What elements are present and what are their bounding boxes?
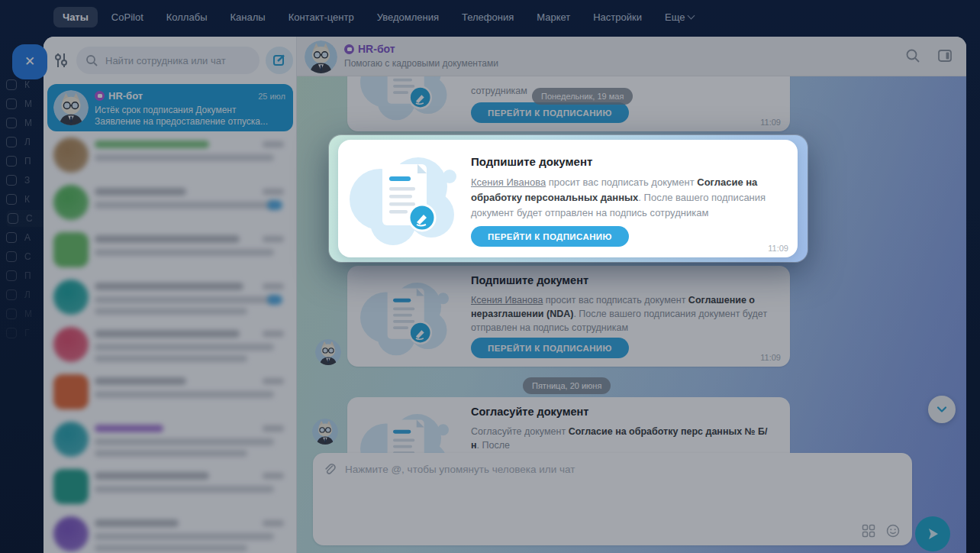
rail-item-с-7[interactable]: С (6, 210, 44, 227)
chat-date: 25 июл (258, 92, 285, 101)
chat-list-item-blurred-4[interactable] (47, 226, 293, 273)
rail-item-м-1[interactable]: М (6, 95, 44, 112)
chat-preview-blurred (95, 154, 274, 161)
rail-item-м-12[interactable]: М (6, 306, 44, 322)
rail-icon (8, 213, 18, 224)
chat-date-blurred (263, 378, 284, 384)
sticker-grid-icon[interactable] (862, 524, 875, 538)
main-window: HR-бот 25 июл Истёк срок подписания Доку… (44, 37, 966, 553)
rail-label: М (24, 99, 32, 109)
chat-list-item-blurred-3[interactable] (47, 179, 293, 226)
rail-icon (6, 270, 17, 281)
rail-icon (6, 118, 17, 128)
tab-telephony[interactable]: Телефония (453, 7, 523, 27)
rail-icon (6, 79, 17, 90)
rail-label: М (24, 309, 32, 319)
chat-preview-blurred (95, 249, 274, 256)
rail-item-л-11[interactable]: Л (6, 286, 44, 303)
chat-avatar (53, 516, 89, 551)
rail-icon (6, 251, 17, 262)
tab-copilot[interactable]: CoPilot (102, 7, 153, 27)
chat-list-item-blurred-5[interactable] (47, 273, 293, 321)
chat-title: HR-бот (344, 43, 395, 55)
send-button[interactable] (915, 516, 950, 551)
chat-avatar (53, 374, 89, 409)
hr-bot-avatar (53, 90, 89, 125)
chat-search-button[interactable] (904, 47, 922, 66)
rail-label: П (24, 156, 31, 167)
chat-date-blurred (263, 283, 284, 289)
chat-avatar (53, 327, 89, 362)
chat-avatar (53, 185, 89, 220)
rail-item-з-5[interactable]: З (6, 172, 44, 189)
chat-preview-line2: Заявление на предоставление отпуска... (95, 116, 285, 127)
scroll-to-bottom-button[interactable] (928, 396, 956, 423)
tab-collabs[interactable]: Коллабы (157, 7, 217, 27)
attach-icon[interactable] (324, 463, 337, 476)
document-illustration (353, 272, 456, 361)
tab-more[interactable]: Еще (656, 7, 703, 27)
chat-preview-blurred (95, 391, 274, 398)
chat-list-item-blurred-10[interactable] (47, 510, 293, 553)
message-text: Ксения Иванова просит вас подписать доку… (471, 293, 773, 335)
chat-avatar (53, 232, 89, 267)
go-to-signing-button[interactable]: ПЕРЕЙТИ К ПОДПИСАНИЮ (471, 102, 629, 123)
rail-icon (6, 156, 17, 167)
tab-notifications[interactable]: Уведомления (368, 7, 448, 27)
chat-name: HR-бот (95, 90, 243, 102)
top-nav: Чаты CoPilot Коллабы Каналы Контакт-цент… (0, 0, 980, 34)
message-time: 11:09 (768, 244, 788, 253)
info-panel-toggle-button[interactable] (936, 47, 954, 66)
rail-icon (6, 289, 17, 300)
message-text: Ксения Иванова просит вас подписать доку… (471, 175, 785, 221)
chat-list-sidebar: HR-бот 25 июл Истёк срок подписания Доку… (44, 37, 297, 553)
app-window: Чаты CoPilot Коллабы Каналы Контакт-цент… (0, 0, 980, 553)
bot-badge-icon (95, 91, 105, 101)
rail-item-л-3[interactable]: Л (6, 134, 44, 150)
rail-item-п-10[interactable]: П (6, 267, 44, 284)
document-illustration (353, 76, 456, 125)
chevron-down-icon (688, 12, 695, 20)
message-input[interactable] (343, 461, 771, 477)
close-rail-button[interactable]: ✕ (12, 44, 47, 79)
chat-list-item-blurred-8[interactable] (47, 416, 293, 463)
chat-preview-line1: Истёк срок подписания Документ (95, 105, 285, 115)
tab-contact-center[interactable]: Контакт-центр (279, 7, 363, 27)
chat-date-blurred (263, 331, 284, 337)
rail-item-а-8[interactable]: А (6, 229, 44, 246)
rail-label: С (26, 213, 33, 224)
rail-icon (6, 137, 17, 147)
tab-settings[interactable]: Настройки (584, 7, 651, 27)
rail-label: А (24, 232, 31, 243)
rail-icon (6, 175, 17, 186)
rail-label: С (24, 251, 31, 262)
rail-item-г-13[interactable]: Г (6, 325, 44, 341)
chat-list-item-blurred-2[interactable] (47, 131, 293, 179)
message-composer (313, 453, 912, 545)
chat-list-item-blurred-9[interactable] (47, 463, 293, 510)
chat-preview-blurred (95, 296, 274, 303)
tab-more-label: Еще (665, 11, 685, 23)
sender-link[interactable]: Ксения Иванова (471, 176, 546, 188)
chat-list-item-hr-bot[interactable]: HR-бот 25 июл Истёк срок подписания Доку… (47, 84, 293, 131)
rail-item-к-6[interactable]: К (6, 191, 44, 208)
chat-header-avatar[interactable] (305, 40, 337, 73)
tab-chats[interactable]: Чаты (53, 7, 98, 27)
emoji-icon[interactable] (886, 524, 900, 538)
message-title: Подпишите документ (471, 155, 592, 168)
chat-name-blurred (95, 235, 240, 243)
chat-avatar (53, 469, 89, 504)
chat-list-item-blurred-7[interactable] (47, 368, 293, 416)
tab-market[interactable]: Маркет (527, 7, 579, 27)
rail-item-с-9[interactable]: С (6, 248, 44, 265)
go-to-signing-button[interactable]: ПЕРЕЙТИ К ПОДПИСАНИЮ (471, 226, 629, 247)
chat-list-item-blurred-6[interactable] (47, 321, 293, 368)
chat-name-blurred (95, 330, 240, 338)
tab-channels[interactable]: Каналы (221, 7, 274, 27)
go-to-signing-button[interactable]: ПЕРЕЙТИ К ПОДПИСАНИЮ (471, 338, 629, 358)
sender-link[interactable]: Ксения Иванова (471, 295, 543, 306)
rail-item-п-4[interactable]: П (6, 153, 44, 170)
chat-status: Помогаю с кадровыми документами (344, 58, 498, 69)
chat-area: HR-бот Помогаю с кадровыми документами (297, 37, 966, 553)
rail-item-м-2[interactable]: М (6, 115, 44, 131)
